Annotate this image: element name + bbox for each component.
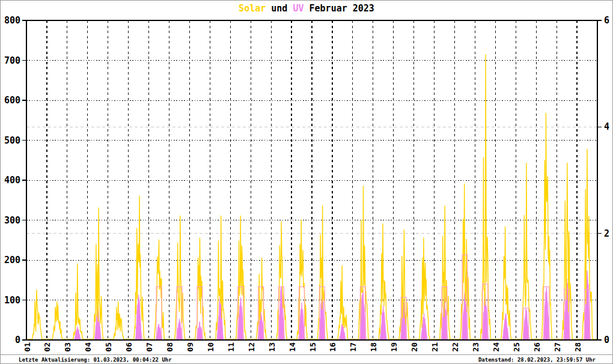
x-axis-day-label: 08 (165, 342, 174, 352)
uv-area-day-25 (523, 308, 529, 340)
y-left-tick-label: 100 (4, 295, 20, 306)
x-axis-day-label: 07 (145, 342, 154, 352)
y-left-tick-label: 600 (4, 95, 20, 106)
y-left-tick-label: 400 (4, 175, 20, 186)
uv-area-day-26 (543, 287, 550, 340)
solar-curve-day-02 (47, 302, 67, 339)
solar-curve-day-04 (88, 208, 108, 340)
footer-data-timestamp: Datenstand: 28.02.2023, 23:59:57 Uhr (478, 357, 596, 363)
y-left-tick-label: 200 (4, 255, 20, 265)
x-axis-day-label: 06 (124, 342, 133, 352)
grid-layer (26, 20, 597, 340)
y-right-tick-label: 0 (604, 335, 609, 345)
x-axis-day-label: 04 (84, 342, 93, 352)
x-axis-day-label: 03 (63, 342, 72, 352)
x-axis-day-label: 28 (573, 342, 582, 352)
y-left-tick-label: 300 (4, 215, 20, 226)
solar-curve-day-23 (475, 54, 495, 339)
x-axis-day-label: 11 (227, 342, 236, 352)
y-left-tick-label: 500 (4, 135, 20, 146)
x-axis-day-label: 10 (206, 342, 215, 352)
x-axis-day-label: 17 (349, 342, 358, 352)
x-axis-day-label: 05 (104, 342, 113, 352)
x-axis-day-label: 02 (43, 342, 52, 352)
x-axis-day-label: 15 (308, 342, 317, 352)
x-axis-day-label: 01 (23, 342, 32, 352)
y-left-tick-label: 0 (15, 335, 20, 345)
footer-divider (1, 354, 612, 355)
x-axis-day-label: 18 (369, 342, 378, 352)
x-axis-day-label: 27 (553, 342, 562, 352)
x-axis-day-label: 25 (512, 342, 521, 352)
x-axis-day-label: 14 (288, 342, 297, 352)
x-axis-day-label: 13 (267, 342, 276, 352)
solar-uv-chart-page: Solar und UV Februar 2023 01002003004005… (0, 0, 613, 364)
y-right-tick-label: 2 (604, 228, 609, 239)
x-axis-day-label: 21 (430, 342, 439, 352)
x-axis-day-label: 20 (410, 342, 419, 352)
x-axis-day-label: 19 (389, 342, 398, 352)
y-left-tick-label: 800 (4, 15, 20, 26)
uv-area-day-09 (197, 321, 203, 340)
y-right-tick-label: 4 (604, 121, 609, 132)
x-axis-day-label: 09 (186, 342, 195, 352)
footer-last-update: Letzte Aktualisierung: 01.03.2023, 00:04… (19, 357, 172, 363)
solar-curve-day-01 (26, 290, 47, 339)
x-axis-day-label: 23 (471, 342, 480, 352)
solar-curve-day-05 (108, 302, 129, 339)
chart-canvas: 0100200300400500600700800024601020304050… (1, 1, 613, 364)
y-left-tick-label: 700 (4, 55, 20, 66)
y-right-tick-label: 6 (604, 15, 609, 26)
uv-area-day-16 (340, 324, 346, 340)
x-axis-day-label: 12 (247, 342, 256, 352)
x-axis-day-label: 24 (492, 342, 501, 352)
x-axis-day-label: 22 (451, 342, 460, 352)
x-axis-day-label: 26 (532, 342, 541, 352)
x-axis-day-label: 16 (328, 342, 337, 352)
